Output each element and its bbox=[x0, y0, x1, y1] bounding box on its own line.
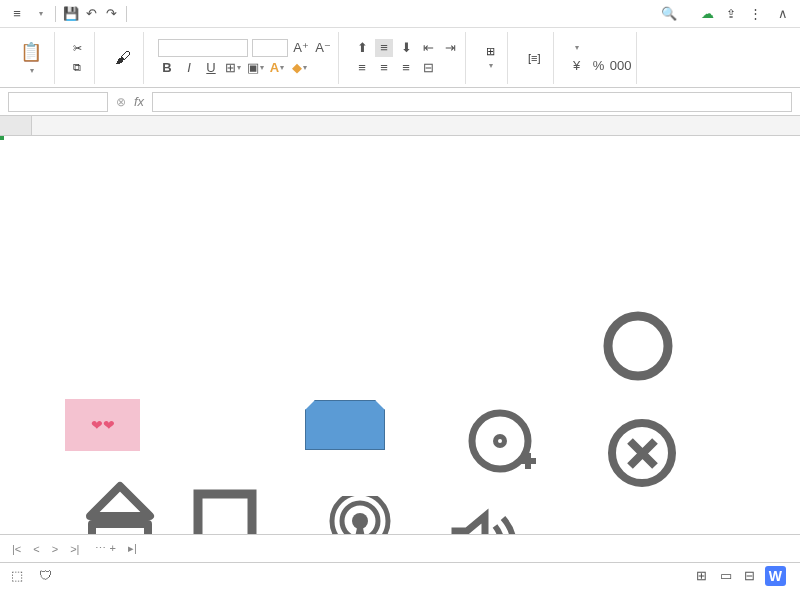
settings-icon[interactable]: ⬚ bbox=[8, 567, 26, 585]
shield-icon[interactable]: 🛡 bbox=[36, 567, 54, 585]
indent-right-icon[interactable]: ⇥ bbox=[441, 39, 459, 57]
italic-icon[interactable]: I bbox=[180, 59, 198, 77]
close-circle-icon[interactable] bbox=[605, 416, 680, 491]
tab-prev-icon[interactable]: < bbox=[29, 541, 43, 557]
font-size-select[interactable] bbox=[252, 39, 288, 57]
circle-icon[interactable] bbox=[598, 306, 678, 386]
align-left-icon[interactable]: ≡ bbox=[353, 59, 371, 77]
increase-font-icon[interactable]: A⁺ bbox=[292, 39, 310, 57]
add-sheet-icon[interactable]: ⋯ + bbox=[91, 540, 119, 557]
search-icon[interactable]: 🔍 bbox=[660, 5, 678, 23]
tab-scroll-icon[interactable]: ▸| bbox=[124, 540, 141, 557]
cut-button[interactable]: ✂ bbox=[69, 40, 88, 57]
fill-color-icon[interactable]: ▣▾ bbox=[246, 59, 264, 77]
number-format-select[interactable]: ▾ bbox=[568, 41, 630, 54]
embedded-image[interactable] bbox=[65, 399, 140, 451]
svg-rect-0 bbox=[198, 494, 252, 534]
decrease-font-icon[interactable]: A⁻ bbox=[314, 39, 332, 57]
svg-point-7 bbox=[608, 316, 668, 376]
format-painter-button[interactable]: 🖌 bbox=[109, 47, 137, 69]
save-icon[interactable]: 💾 bbox=[62, 5, 80, 23]
menu-icon[interactable]: ≡ bbox=[8, 5, 26, 23]
blue-shape[interactable] bbox=[305, 400, 385, 450]
column-headers bbox=[0, 116, 800, 136]
undo-icon[interactable]: ↶ bbox=[82, 5, 100, 23]
cell-selection bbox=[0, 136, 4, 140]
formula-input[interactable] bbox=[152, 92, 792, 112]
select-all-corner[interactable] bbox=[0, 116, 32, 135]
currency-icon[interactable]: ¥ bbox=[568, 56, 586, 74]
merge-icon[interactable]: ⊟ bbox=[419, 59, 437, 77]
comma-icon[interactable]: 000 bbox=[612, 56, 630, 74]
auto-wrap-button[interactable]: [≡] bbox=[522, 50, 547, 66]
align-center-icon[interactable]: ≡ bbox=[375, 59, 393, 77]
merge-center-button[interactable]: ⊞▾ bbox=[480, 43, 501, 72]
sheet-tabs-bar: |< < > >| ⋯ + ▸| bbox=[0, 534, 800, 562]
highlight-icon[interactable]: ◆▾ bbox=[290, 59, 308, 77]
percent-icon[interactable]: % bbox=[590, 56, 608, 74]
align-bottom-icon[interactable]: ⬇ bbox=[397, 39, 415, 57]
status-bar: ⬚ 🛡 ⊞ ▭ ⊟ W bbox=[0, 562, 800, 588]
wps-logo: W bbox=[765, 566, 786, 586]
view-normal-icon[interactable]: ⊞ bbox=[693, 567, 711, 585]
share-button[interactable]: ⇪ bbox=[726, 7, 736, 21]
align-top-icon[interactable]: ⬆ bbox=[353, 39, 371, 57]
paste-button[interactable]: 📋 ▾ bbox=[14, 39, 48, 77]
bold-icon[interactable]: B bbox=[158, 59, 176, 77]
tab-next-icon[interactable]: > bbox=[48, 541, 62, 557]
align-middle-icon[interactable]: ≡ bbox=[375, 39, 393, 57]
cloud-icon[interactable]: ☁ bbox=[698, 5, 716, 23]
heart-icon[interactable] bbox=[605, 531, 685, 534]
more-icon[interactable]: ⋮ bbox=[746, 5, 764, 23]
cancel-fx-icon[interactable]: ⊗ bbox=[116, 95, 126, 109]
tab-last-icon[interactable]: >| bbox=[66, 541, 83, 557]
view-page-icon[interactable]: ▭ bbox=[717, 567, 735, 585]
fx-icon[interactable]: fx bbox=[134, 94, 144, 109]
underline-icon[interactable]: U bbox=[202, 59, 220, 77]
font-color-icon[interactable]: A▾ bbox=[268, 59, 286, 77]
collapse-icon[interactable]: ∧ bbox=[774, 5, 792, 23]
stop-icon[interactable] bbox=[190, 486, 260, 534]
antenna-icon[interactable] bbox=[325, 496, 395, 534]
view-break-icon[interactable]: ⊟ bbox=[741, 567, 759, 585]
menubar: ≡ ▾ 💾 ↶ ↷ 🔍 ☁ ⇪ ⋮ ∧ bbox=[0, 0, 800, 28]
cell-reference-input[interactable] bbox=[8, 92, 108, 112]
svg-point-6 bbox=[498, 439, 502, 443]
file-menu[interactable]: ▾ bbox=[28, 7, 49, 20]
redo-icon[interactable]: ↷ bbox=[102, 5, 120, 23]
border-icon[interactable]: ⊞▾ bbox=[224, 59, 242, 77]
font-select[interactable] bbox=[158, 39, 248, 57]
copy-button[interactable]: ⧉ bbox=[69, 59, 88, 76]
tab-first-icon[interactable]: |< bbox=[8, 541, 25, 557]
ribbon: 📋 ▾ ✂ ⧉ 🖌 A⁺ A⁻ B I U ⊞▾ ▣▾ A▾ ◆▾ bbox=[0, 28, 800, 88]
indent-left-icon[interactable]: ⇤ bbox=[419, 39, 437, 57]
eject-icon[interactable] bbox=[80, 476, 160, 534]
align-right-icon[interactable]: ≡ bbox=[397, 59, 415, 77]
disc-add-icon[interactable] bbox=[465, 406, 540, 481]
spreadsheet-grid bbox=[0, 116, 800, 534]
speaker-icon[interactable] bbox=[445, 506, 525, 534]
formula-bar: ⊗ fx bbox=[0, 88, 800, 116]
